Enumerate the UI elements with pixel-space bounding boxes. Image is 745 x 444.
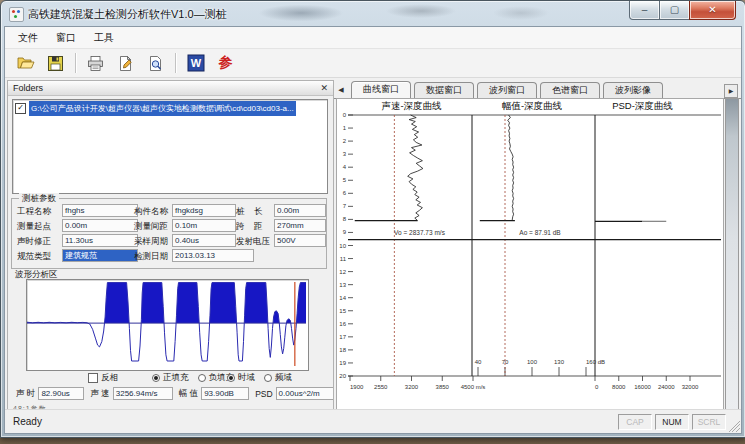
domain-radio-1[interactable] xyxy=(264,374,272,382)
readout-label-1: 声 速 xyxy=(90,388,109,400)
param-char-icon: 参 xyxy=(219,54,233,72)
indicator-scrl: SCRL xyxy=(692,414,726,430)
param-field-2-1[interactable]: 270mm xyxy=(274,219,326,232)
titlebar[interactable]: 高铁建筑混凝土检测分析软件V1.0—测桩 – ▢ ✕ xyxy=(1,1,745,26)
svg-text:8000: 8000 xyxy=(612,384,626,390)
resize-grip[interactable] xyxy=(728,420,740,432)
readout-label-3: PSD xyxy=(255,389,272,399)
invert-checkbox[interactable] xyxy=(88,373,98,383)
print-button[interactable] xyxy=(83,52,108,75)
toolbar-separator xyxy=(75,53,77,73)
tab-scroll-right-icon[interactable]: ▶ xyxy=(724,84,738,98)
param-field-1-3[interactable]: 2013.03.13 xyxy=(172,249,254,262)
svg-text:声速-深度曲线: 声速-深度曲线 xyxy=(381,100,442,111)
tab-1[interactable]: 数据窗口 xyxy=(414,82,474,98)
toolbar-separator xyxy=(175,53,177,73)
param-field-0-2[interactable]: 11.30us xyxy=(62,234,138,247)
panel-close-icon[interactable]: ✕ xyxy=(320,82,328,94)
svg-text:6: 6 xyxy=(343,190,347,196)
svg-text:3850: 3850 xyxy=(436,384,450,390)
print-setup-button[interactable] xyxy=(113,52,138,75)
tab-scroll-left-icon[interactable]: ◀ xyxy=(335,84,347,96)
param-field-2-0[interactable]: 0.00m xyxy=(274,204,326,217)
readout-field-0[interactable]: 82.90us xyxy=(38,387,84,400)
domain-label-0: 时域 xyxy=(238,372,255,384)
param-field-0-3[interactable]: 建筑规范 xyxy=(62,249,138,262)
param-label-0-2: 声时修正 xyxy=(17,236,51,248)
maximize-button[interactable]: ▢ xyxy=(659,1,690,20)
svg-text:16: 16 xyxy=(339,321,346,327)
folders-panel-header[interactable]: Folders ✕ xyxy=(8,81,333,96)
close-button[interactable]: ✕ xyxy=(689,1,736,20)
fill-radio-0[interactable] xyxy=(152,374,160,382)
param-field-2-2[interactable]: 500V xyxy=(274,234,326,247)
param-field-1-1[interactable]: 0.10m xyxy=(172,219,236,232)
param-label-0-1: 测量起点 xyxy=(17,221,51,233)
svg-text:16000: 16000 xyxy=(634,384,651,390)
minimize-button[interactable]: – xyxy=(629,1,660,20)
svg-text:10: 10 xyxy=(339,243,346,249)
readout-label-2: 幅 值 xyxy=(179,388,198,400)
menu-window[interactable]: 窗口 xyxy=(47,28,85,48)
readout-field-1[interactable]: 3256.94m/s xyxy=(113,387,173,400)
menu-tools[interactable]: 工具 xyxy=(85,28,123,48)
param-field-0-1[interactable]: 0.00m xyxy=(62,219,138,232)
svg-text:Vo = 2837.73 m/s: Vo = 2837.73 m/s xyxy=(394,229,446,236)
param-label-0-0: 工程名称 xyxy=(17,206,51,218)
waveform-view[interactable] xyxy=(26,279,309,371)
param-label-2-2: 发射电压 xyxy=(236,236,270,248)
depth-curves-chart[interactable]: 01234567891011121314151617181920声速-深度曲线1… xyxy=(336,98,724,411)
print-preview-button[interactable] xyxy=(143,52,168,75)
open-file-button[interactable] xyxy=(13,52,38,75)
domain-label-1: 频域 xyxy=(275,372,292,384)
readout-fields: 声 时82.90us声 速3256.94m/s幅 值93.90dBPSD0.00… xyxy=(10,387,334,400)
menu-file[interactable]: 文件 xyxy=(9,28,47,48)
menu-bar: 文件 窗口 工具 xyxy=(5,27,741,49)
parameters-button[interactable]: 参 xyxy=(213,52,238,75)
readout-label-0: 声 时 xyxy=(16,388,35,400)
vertical-scrollbar[interactable] xyxy=(725,98,739,412)
tab-0[interactable]: 曲线窗口 xyxy=(351,81,411,98)
param-field-1-0[interactable]: fhgkdsg xyxy=(172,204,236,217)
chart-panel: ◀ 曲线窗口数据窗口波列窗口色谱窗口波列影像 ▶ 012345678910111… xyxy=(334,80,741,411)
charts-svg: 01234567891011121314151617181920声速-深度曲线1… xyxy=(337,99,721,408)
file-path: G:\公司产品设计开发\超声仪器\超声仪实地检测数据调试\cd\cd03\cd0… xyxy=(29,101,296,116)
svg-text:160 dB: 160 dB xyxy=(586,359,605,365)
fill-radio-1[interactable] xyxy=(198,374,206,382)
readout-field-3[interactable]: 0.00us^2/m xyxy=(276,387,334,400)
param-field-1-2[interactable]: 0.40us xyxy=(172,234,236,247)
svg-text:15: 15 xyxy=(339,308,346,314)
param-label-2-1: 跨 距 xyxy=(236,221,262,233)
tab-2[interactable]: 波列窗口 xyxy=(477,82,537,98)
word-icon: W xyxy=(187,54,205,72)
svg-text:3: 3 xyxy=(343,151,347,157)
toolbar: W 参 xyxy=(5,49,741,78)
svg-text:40: 40 xyxy=(475,359,482,365)
readout-field-2[interactable]: 93.90dB xyxy=(201,387,249,400)
open-folder-icon xyxy=(16,55,35,72)
export-word-button[interactable]: W xyxy=(183,52,208,75)
svg-text:17: 17 xyxy=(339,334,346,340)
param-label-1-0: 构件名称 xyxy=(134,206,168,218)
svg-text:100: 100 xyxy=(527,359,538,365)
svg-text:18: 18 xyxy=(339,347,346,353)
svg-text:PSD-深度曲线: PSD-深度曲线 xyxy=(612,100,673,111)
file-listbox[interactable]: ✓ G:\公司产品设计开发\超声仪器\超声仪实地检测数据调试\cd\cd03\c… xyxy=(12,99,328,194)
tab-4[interactable]: 波列影像 xyxy=(603,82,663,98)
param-label-1-3: 检测日期 xyxy=(134,251,168,263)
svg-text:14: 14 xyxy=(339,295,346,301)
fill-label-0: 正填充 xyxy=(163,372,189,384)
svg-text:4500 m/s: 4500 m/s xyxy=(461,384,486,390)
param-field-0-0[interactable]: fhghs xyxy=(62,204,138,217)
svg-text:W: W xyxy=(190,57,201,69)
status-text: Ready xyxy=(13,416,42,427)
page-magnifier-icon xyxy=(147,55,164,72)
param-label-2-0: 桩 长 xyxy=(236,206,262,218)
domain-radio-0[interactable] xyxy=(227,374,235,382)
save-button[interactable] xyxy=(43,52,68,75)
svg-text:0: 0 xyxy=(343,112,347,118)
file-list-item[interactable]: ✓ G:\公司产品设计开发\超声仪器\超声仪实地检测数据调试\cd\cd03\c… xyxy=(13,102,327,115)
file-checkbox[interactable]: ✓ xyxy=(15,103,26,114)
status-bar: Ready CAPNUMSCRL xyxy=(5,409,741,433)
tab-3[interactable]: 色谱窗口 xyxy=(540,82,600,98)
